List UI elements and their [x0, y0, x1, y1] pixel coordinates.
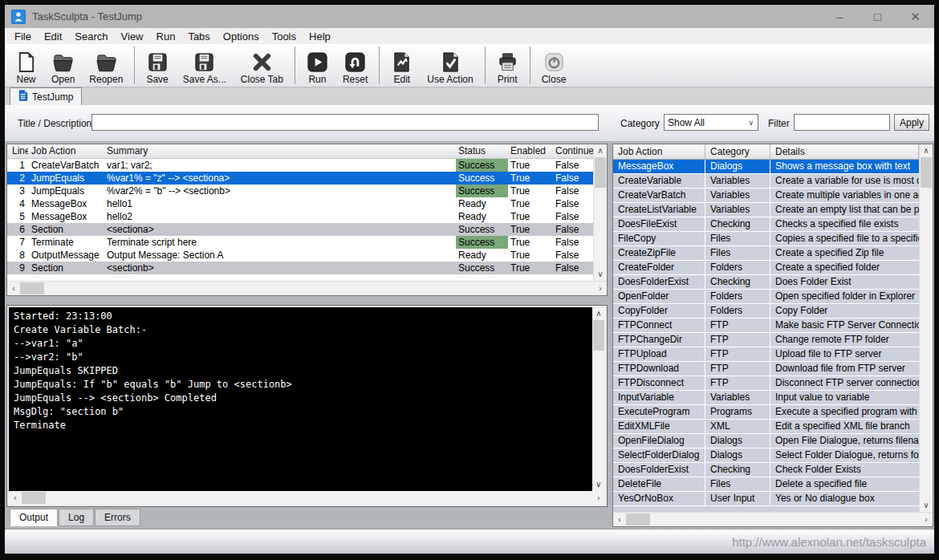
scrollbar-track[interactable]	[594, 157, 607, 268]
print-button[interactable]: Print	[490, 44, 526, 87]
job-table-horizontal-scrollbar[interactable]: ‹ ›	[7, 281, 607, 295]
scroll-up-icon[interactable]: ∧	[592, 307, 605, 320]
action-row[interactable]: OpenFileDialogDialogsOpen File Dialogue,…	[613, 434, 919, 448]
action-row[interactable]: YesOrNoBoxUser InputYes or No dialogue b…	[613, 492, 919, 506]
scrollbar-thumb[interactable]	[22, 492, 46, 504]
scroll-right-icon[interactable]: ›	[594, 282, 607, 295]
menu-item-tabs[interactable]: Tabs	[181, 30, 216, 43]
menu-item-tools[interactable]: Tools	[266, 30, 303, 43]
scrollbar-track[interactable]	[22, 491, 592, 505]
action-row[interactable]: CreateZipFileFilesCreate a specified Zip…	[613, 246, 919, 261]
actions-column-header[interactable]: Category	[705, 144, 770, 159]
apply-button[interactable]: Apply	[894, 114, 929, 131]
job-row[interactable]: 8OutputMessageOutput Message: Section AR…	[7, 249, 593, 262]
scroll-left-icon[interactable]: ‹	[9, 492, 22, 505]
scrollbar-thumb[interactable]	[593, 320, 604, 351]
new-button[interactable]: New	[8, 44, 44, 87]
console-vertical-scrollbar[interactable]: ∧ ∨	[592, 307, 605, 491]
job-row[interactable]: 7TerminateTerminate script hereSuccessTr…	[7, 236, 593, 249]
scrollbar-track[interactable]	[626, 513, 920, 526]
menu-item-run[interactable]: Run	[150, 30, 182, 43]
action-row[interactable]: FTPChangeDirFTPChange remote FTP folder	[613, 333, 919, 347]
action-row[interactable]: FTPConnectFTPMake basic FTP Server Conne…	[613, 319, 919, 333]
menu-item-edit[interactable]: Edit	[38, 30, 68, 43]
menu-item-help[interactable]: Help	[303, 30, 337, 43]
output-tab-output[interactable]: Output	[10, 509, 58, 526]
job-column-header[interactable]: Status	[456, 144, 508, 158]
job-row[interactable]: 1CreateVarBatchvar1; var2;SuccessTrueFal…	[7, 159, 593, 172]
menu-item-options[interactable]: Options	[217, 30, 266, 43]
job-row[interactable]: 4MessageBoxhello1ReadyTrueFalse	[7, 197, 593, 210]
menu-item-search[interactable]: Search	[68, 30, 114, 43]
title-description-input[interactable]	[91, 114, 599, 131]
job-table-vertical-scrollbar[interactable]: ∧ ∨	[593, 144, 607, 281]
job-row[interactable]: 2JumpEquals%var1% = "z" --> <sectiona>Su…	[7, 172, 593, 185]
scroll-up-icon[interactable]: ∧	[920, 144, 933, 157]
job-column-header[interactable]: Summary	[104, 144, 456, 158]
maximize-icon[interactable]: □	[859, 5, 896, 28]
action-row[interactable]: DoesFileExistCheckingChecks a specified …	[613, 217, 919, 232]
job-row[interactable]: 3JumpEquals%var2% = "b" --> <sectionb>Su…	[7, 185, 593, 197]
job-row[interactable]: 6Section<sectiona>SuccessTrueFalse	[7, 223, 593, 236]
actions-column-header[interactable]: Details	[770, 144, 919, 159]
action-row[interactable]: DoesFolderExistCheckingDoes Folder Exist	[613, 275, 919, 290]
action-row[interactable]: DeleteFileFilesDelete a specified file	[613, 477, 919, 492]
actions-column-header[interactable]: Job Action	[613, 144, 705, 159]
job-column-header[interactable]: Line	[7, 144, 28, 158]
output-tab-errors[interactable]: Errors	[95, 509, 140, 526]
scrollbar-thumb[interactable]	[921, 157, 932, 188]
job-column-header[interactable]: Continue	[553, 144, 593, 158]
action-row[interactable]: CopyFolderFoldersCopy Folder	[613, 304, 919, 319]
scrollbar-thumb[interactable]	[20, 282, 44, 294]
scrollbar-track[interactable]	[20, 282, 594, 295]
action-row[interactable]: FTPUploadFTPUpload file to FTP server	[613, 347, 919, 362]
scroll-left-icon[interactable]: ‹	[613, 513, 626, 526]
close-button[interactable]: Close	[535, 44, 574, 87]
action-row[interactable]: DoesFolderExistCheckingCheck Folder Exis…	[613, 463, 919, 477]
scroll-right-icon[interactable]: ›	[592, 492, 605, 505]
job-row[interactable]: 5MessageBoxhello2ReadyTrueFalse	[7, 210, 593, 223]
actions-vertical-scrollbar[interactable]: ∧ ∨	[919, 144, 933, 512]
edit-button[interactable]: Edit	[384, 44, 420, 87]
action-row[interactable]: InputVariableVariablesInput value to var…	[613, 391, 919, 405]
run-button[interactable]: Run	[299, 44, 335, 87]
scroll-right-icon[interactable]: ›	[920, 513, 933, 526]
action-row[interactable]: CreateListVariableVariablesCreate an emp…	[613, 203, 919, 217]
actions-horizontal-scrollbar[interactable]: ‹ ›	[613, 512, 933, 526]
menu-item-file[interactable]: File	[8, 30, 38, 43]
action-row[interactable]: CreateVariableVariablesCreate a variable…	[613, 174, 919, 189]
filter-input[interactable]	[794, 114, 890, 131]
scroll-down-icon[interactable]: ∨	[920, 499, 933, 512]
tab-testjump[interactable]: TestJump	[10, 87, 82, 105]
job-row[interactable]: 9Section<sectionb>SuccessTrueFalse	[7, 262, 593, 274]
category-dropdown[interactable]: Show All ∨	[664, 114, 758, 131]
action-row[interactable]: CreateVarBatchVariablesCreate multiple v…	[613, 189, 919, 203]
scroll-left-icon[interactable]: ‹	[7, 282, 20, 295]
scroll-up-icon[interactable]: ∧	[594, 144, 607, 157]
job-column-header[interactable]: Enabled	[508, 144, 553, 158]
action-row[interactable]: ExecuteProgramProgramsExecute a specifie…	[613, 405, 919, 420]
scroll-down-icon[interactable]: ∨	[592, 478, 605, 491]
scroll-down-icon[interactable]: ∨	[594, 268, 607, 281]
job-column-header[interactable]: Job Action	[28, 144, 104, 158]
menu-item-view[interactable]: View	[115, 30, 150, 43]
console-horizontal-scrollbar[interactable]: ‹ ›	[9, 491, 605, 505]
scrollbar-thumb[interactable]	[626, 513, 650, 526]
scrollbar-thumb[interactable]	[595, 157, 606, 188]
action-row[interactable]: SelectFolderDialogDialogsSelect Folder D…	[613, 448, 919, 463]
close-window-icon[interactable]: ✕	[896, 5, 934, 28]
save-button[interactable]: Save	[139, 44, 175, 87]
close-tab-button[interactable]: Close Tab	[234, 44, 291, 87]
action-row[interactable]: FileCopyFilesCopies a specified file to …	[613, 232, 919, 246]
reopen-button[interactable]: Reopen	[82, 44, 130, 87]
open-button[interactable]: Open	[44, 44, 82, 87]
action-row[interactable]: OpenFolderFoldersOpen specified folder i…	[613, 290, 919, 304]
action-row[interactable]: CreateFolderFoldersCreate a specified fo…	[613, 261, 919, 275]
action-row[interactable]: FTPDisconnectFTPDisconnect FTP server co…	[613, 376, 919, 391]
action-row[interactable]: MessageBoxDialogsShows a message box wit…	[613, 160, 919, 174]
use-action-button[interactable]: Use Action	[420, 44, 480, 87]
action-row[interactable]: FTPDownloadFTPDownload file from FTP ser…	[613, 362, 919, 376]
output-tab-log[interactable]: Log	[59, 509, 94, 526]
scrollbar-track[interactable]	[920, 157, 933, 499]
save-as-button[interactable]: Save As...	[176, 44, 234, 87]
